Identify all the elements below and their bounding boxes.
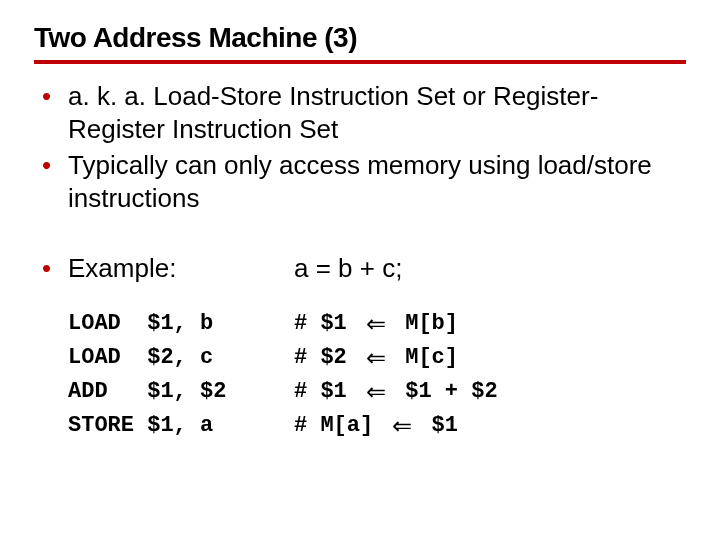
code-instruction: LOAD $1, b [68,307,294,341]
comment-pre: # $1 [294,307,360,341]
code-op: LOAD [68,311,121,336]
left-arrow-icon: ⇐ [386,414,418,438]
example-expression: a = b + c; [294,252,686,285]
bullet-item: Typically can only access memory using l… [34,149,686,214]
code-row: STORE $1, a # M[a] ⇐ $1 [68,409,686,443]
bullet-list: a. k. a. Load-Store Instruction Set or R… [34,80,686,214]
code-comment: # M[a] ⇐ $1 [294,409,686,443]
slide-title: Two Address Machine (3) [34,22,686,64]
comment-pre: # $1 [294,375,360,409]
code-comment: # $2 ⇐ M[c] [294,341,686,375]
code-args: $2, c [147,345,213,370]
code-args: $1, b [147,311,213,336]
code-args: $1, $2 [147,379,226,404]
code-instruction: STORE $1, a [68,409,294,443]
code-args: $1, a [147,413,213,438]
code-row: LOAD $2, c # $2 ⇐ M[c] [68,341,686,375]
code-comment: # $1 ⇐ M[b] [294,307,686,341]
code-op: LOAD [68,345,121,370]
left-arrow-icon: ⇐ [360,346,392,370]
code-instruction: ADD $1, $2 [68,375,294,409]
comment-post: $1 [418,409,458,443]
spacer [34,218,686,252]
left-arrow-icon: ⇐ [360,312,392,336]
code-instruction: LOAD $2, c [68,341,294,375]
code-row: ADD $1, $2 # $1 ⇐ $1 + $2 [68,375,686,409]
code-comment: # $1 ⇐ $1 + $2 [294,375,686,409]
comment-post: M[b] [392,307,458,341]
code-op: ADD [68,379,108,404]
code-op: STORE [68,413,134,438]
example-label: Example: [68,252,294,285]
code-block: LOAD $1, b # $1 ⇐ M[b] LOAD $2, c # $2 ⇐… [34,307,686,443]
bullet-item: a. k. a. Load-Store Instruction Set or R… [34,80,686,145]
comment-post: M[c] [392,341,458,375]
example-bullet: Example: a = b + c; [34,252,686,285]
comment-pre: # $2 [294,341,360,375]
comment-pre: # M[a] [294,409,386,443]
slide: Two Address Machine (3) a. k. a. Load-St… [0,0,720,443]
left-arrow-icon: ⇐ [360,380,392,404]
comment-post: $1 + $2 [392,375,498,409]
code-row: LOAD $1, b # $1 ⇐ M[b] [68,307,686,341]
